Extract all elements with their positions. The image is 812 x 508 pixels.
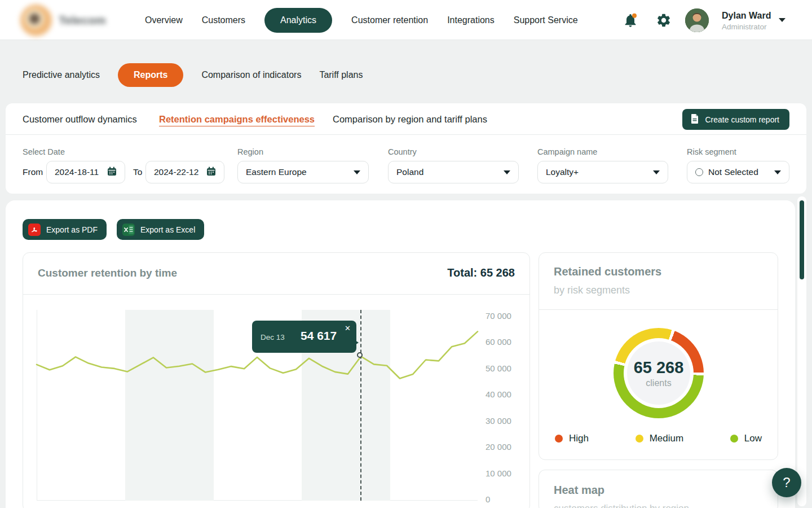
y-tick: 70 000	[486, 310, 525, 322]
brand-logo	[20, 5, 52, 36]
retention-total: Total: 65 268	[447, 266, 515, 279]
legend-label-medium: Medium	[650, 433, 683, 444]
nav-item-analytics[interactable]: Analytics	[264, 8, 332, 33]
risk-donut-chart: 65 268 clients High Medium Low	[539, 310, 778, 459]
donut-center: 65 268 clients	[627, 341, 690, 405]
notifications-bell-icon[interactable]	[623, 12, 638, 28]
country-select[interactable]: Poland	[388, 161, 519, 183]
y-axis-labels: 70 000 60 000 50 000 40 000 30 000 20 00…	[486, 310, 525, 505]
user-avatar[interactable]	[685, 8, 709, 32]
report-tabs-row: Customer outflow dynamics Retention camp…	[6, 103, 806, 135]
campaign-select[interactable]: Loyalty+	[537, 161, 668, 183]
heat-map-title: Heat map	[554, 484, 604, 497]
chart-tooltip: Dec 13 54 617 ✕	[252, 321, 356, 353]
export-pdf-button[interactable]: Export as PDF	[23, 219, 107, 240]
report-filters-card: Customer outflow dynamics Retention camp…	[6, 103, 806, 194]
legend-item-medium: Medium	[636, 433, 683, 444]
user-menu-chevron-icon[interactable]	[779, 18, 785, 22]
top-header: Telecom Overview Customers Analytics Cus…	[0, 0, 812, 40]
from-label: From	[23, 167, 43, 177]
tooltip-value: 54 617	[301, 329, 337, 343]
country-label: Country	[388, 147, 417, 156]
help-button[interactable]: ?	[772, 468, 801, 497]
user-role: Administrator	[722, 23, 767, 31]
region-label: Region	[237, 147, 263, 156]
create-custom-report-label: Create custom report	[705, 115, 780, 124]
retained-customers-panel: Retained customers by risk segments 65 2…	[539, 252, 778, 460]
chevron-down-icon	[774, 170, 781, 174]
document-icon	[690, 113, 700, 126]
tab-customer-outflow-dynamics[interactable]: Customer outflow dynamics	[23, 114, 137, 125]
nav-item-customer-retention[interactable]: Customer retention	[351, 15, 428, 25]
excel-file-icon	[122, 224, 135, 236]
settings-gear-icon[interactable]	[656, 12, 672, 28]
legend-item-high: High	[555, 433, 589, 444]
risk-segment-select[interactable]: Not Selected	[687, 161, 789, 183]
high-risk-dot-icon	[555, 435, 563, 443]
chevron-down-icon	[504, 170, 510, 174]
nav-item-customers[interactable]: Customers	[202, 15, 245, 25]
tooltip-close-icon[interactable]: ✕	[345, 324, 351, 332]
y-tick: 10 000	[486, 468, 525, 479]
y-tick: 0	[486, 494, 525, 505]
calendar-icon	[107, 167, 117, 178]
date-from-value: 2024-18-11	[55, 167, 99, 177]
main-nav: Overview Customers Analytics Customer re…	[145, 0, 578, 40]
retention-chart-title: Customer retention by time	[38, 267, 177, 279]
subnav-comparison-of-indicators[interactable]: Comparison of indicators	[201, 70, 301, 80]
brand-name: Telecom	[59, 14, 106, 27]
export-excel-label: Export as Excel	[140, 225, 195, 234]
user-name: Dylan Ward	[722, 11, 771, 21]
retention-line-chart: Dec 13 54 617 ✕ 70 000 60 000 50 000 40 …	[23, 310, 529, 508]
calendar-icon	[206, 167, 216, 178]
y-tick: 50 000	[486, 363, 525, 374]
donut-hole: 65 268 clients	[624, 338, 694, 408]
risk-segment-label: Risk segment	[687, 147, 736, 156]
subnav-tariff-plans[interactable]: Tariff plans	[319, 70, 363, 80]
nav-item-integrations[interactable]: Integrations	[447, 15, 495, 25]
report-content-card: Export as PDF Export as Excel Customer r…	[6, 200, 795, 508]
export-excel-button[interactable]: Export as Excel	[117, 219, 204, 240]
pdf-file-icon	[28, 224, 41, 236]
subnav-predictive-analytics[interactable]: Predictive analytics	[23, 70, 100, 80]
nav-item-support-service[interactable]: Support Service	[514, 15, 578, 25]
tab-comparison-by-region[interactable]: Comparison by region and tariff plans	[333, 114, 487, 125]
y-tick: 40 000	[486, 389, 525, 400]
retention-by-time-panel: Customer retention by time Total: 65 268…	[23, 252, 530, 508]
medium-risk-dot-icon	[636, 435, 643, 443]
to-label: To	[133, 167, 142, 177]
donut-center-value: 65 268	[634, 358, 684, 377]
y-tick: 20 000	[486, 441, 525, 453]
nav-item-overview[interactable]: Overview	[145, 15, 183, 25]
risk-legend: High Medium Low	[555, 433, 762, 444]
date-to-value: 2024-22-12	[154, 167, 198, 177]
select-date-label: Select Date	[23, 147, 65, 156]
donut-center-label: clients	[646, 378, 671, 388]
notification-dot	[632, 14, 637, 18]
tab-retention-campaigns-effectiveness[interactable]: Retention campaigns effectiveness	[159, 114, 315, 125]
legend-label-high: High	[569, 433, 589, 444]
date-to-input[interactable]: 2024-22-12	[145, 161, 224, 183]
chevron-down-icon	[354, 170, 360, 174]
donut-subtitle: by risk segments	[554, 284, 630, 296]
analytics-subnav: Predictive analytics Reports Comparison …	[23, 63, 363, 87]
scrollbar-thumb[interactable]	[800, 200, 804, 279]
tooltip-date: Dec 13	[261, 333, 285, 341]
subnav-reports[interactable]: Reports	[118, 63, 183, 87]
legend-item-low: Low	[730, 433, 762, 444]
campaign-value: Loyalty+	[546, 167, 579, 177]
radio-unselected-icon	[695, 168, 703, 176]
legend-label-low: Low	[744, 433, 762, 444]
donut-ring: 65 268 clients	[614, 328, 704, 418]
date-from-input[interactable]: 2024-18-11	[46, 161, 125, 183]
scrollbar-track[interactable]	[797, 196, 806, 506]
country-value: Poland	[396, 167, 423, 177]
heat-map-subtitle: customers distribution by region	[554, 503, 689, 508]
region-select[interactable]: Eastern Europe	[237, 161, 369, 183]
donut-title: Retained customers	[554, 265, 661, 278]
create-custom-report-button[interactable]: Create custom report	[682, 109, 790, 130]
campaign-name-label: Campaign name	[537, 147, 597, 156]
retention-panel-header: Customer retention by time Total: 65 268	[23, 253, 529, 295]
region-value: Eastern Europe	[246, 167, 307, 177]
y-tick: 30 000	[486, 415, 525, 427]
